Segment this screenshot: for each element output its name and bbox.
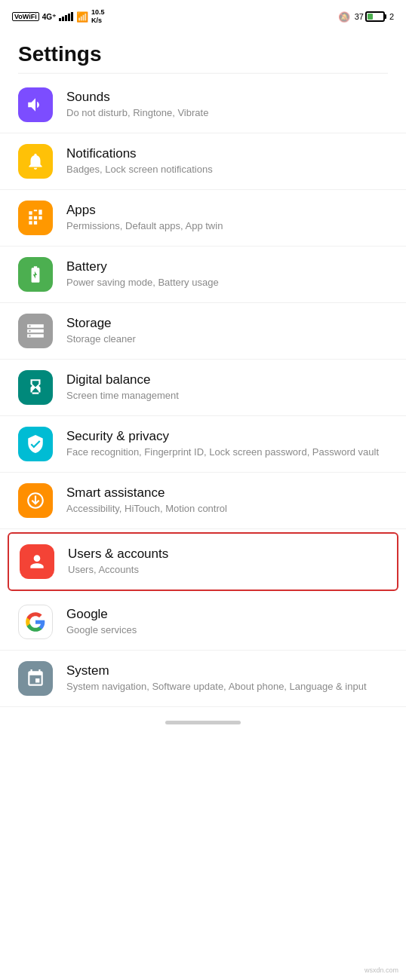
apps-title: Apps [66, 203, 388, 218]
system-title: System [66, 663, 388, 678]
sounds-subtitle: Do not disturb, Ringtone, Vibrate [66, 106, 388, 120]
settings-item-notifications[interactable]: Notifications Badges, Lock screen notifi… [0, 133, 406, 190]
settings-item-digital-balance[interactable]: Digital balance Screen time management [0, 360, 406, 416]
notifications-icon-wrapper [18, 144, 53, 179]
google-icon-wrapper [18, 605, 53, 639]
settings-item-system[interactable]: System System navigation, Software updat… [0, 651, 406, 707]
battery-status: 37 [355, 11, 385, 22]
settings-item-sounds[interactable]: Sounds Do not disturb, Ringtone, Vibrate [0, 77, 406, 133]
sounds-icon-wrapper [18, 87, 53, 122]
storage-subtitle: Storage cleaner [66, 332, 388, 346]
battery-icon [365, 11, 385, 22]
storage-text: Storage Storage cleaner [66, 316, 388, 346]
settings-list: Sounds Do not disturb, Ringtone, Vibrate… [0, 77, 406, 707]
battery-percent: 37 [355, 12, 364, 21]
battery-charging-icon [26, 265, 45, 284]
notifications-text: Notifications Badges, Lock screen notifi… [66, 146, 388, 176]
notifications-subtitle: Badges, Lock screen notifications [66, 163, 388, 176]
digital-balance-subtitle: Screen time management [66, 389, 388, 403]
digital-balance-text: Digital balance Screen time management [66, 372, 388, 403]
vowifi-label: VoWiFi [12, 12, 39, 21]
storage-title: Storage [66, 316, 388, 331]
data-speed: 10.5K/s [91, 8, 105, 25]
status-bar: VoWiFi 4G⁺ 📶 10.5K/s 🔕 37 2 [0, 0, 406, 33]
system-icon-wrapper [18, 661, 53, 696]
scroll-hint [18, 72, 388, 74]
settings-item-google[interactable]: Google Google services [0, 594, 406, 651]
notification-bell-icon: 🔕 [338, 11, 350, 23]
digital-balance-title: Digital balance [66, 372, 388, 387]
smart-assistance-icon-wrapper [18, 483, 53, 518]
security-text: Security & privacy Face recognition, Fin… [66, 429, 388, 459]
signal-strength: 2 [389, 12, 394, 21]
google-title: Google [66, 607, 388, 622]
storage-icon [26, 321, 45, 341]
users-accounts-text: Users & accounts Users, Accounts [68, 547, 386, 577]
system-text: System System navigation, Software updat… [66, 663, 388, 694]
battery-title: Battery [66, 259, 388, 274]
settings-item-storage[interactable]: Storage Storage cleaner [0, 303, 406, 360]
settings-item-users-accounts[interactable]: Users & accounts Users, Accounts [8, 532, 398, 591]
security-icon-wrapper [18, 427, 53, 461]
settings-item-apps[interactable]: Apps Permissions, Default apps, App twin [0, 190, 406, 247]
signal-bars [59, 12, 73, 21]
battery-text: Battery Power saving mode, Battery usage [66, 259, 388, 289]
person-icon [27, 552, 47, 571]
system-subtitle: System navigation, Software update, Abou… [66, 680, 388, 694]
hand-icon [26, 491, 45, 510]
volume-icon [26, 95, 45, 115]
digital-balance-icon-wrapper [18, 370, 53, 405]
users-accounts-subtitle: Users, Accounts [68, 563, 386, 577]
status-left: VoWiFi 4G⁺ 📶 10.5K/s [12, 8, 105, 25]
page-title-area: Settings [0, 33, 406, 72]
wifi-icon: 📶 [76, 11, 88, 23]
home-indicator [0, 707, 406, 735]
smart-assistance-text: Smart assistance Accessibility, HiTouch,… [66, 485, 388, 516]
settings-item-security-privacy[interactable]: Security & privacy Face recognition, Fin… [0, 416, 406, 473]
settings-item-battery[interactable]: Battery Power saving mode, Battery usage [0, 247, 406, 303]
apps-text: Apps Permissions, Default apps, App twin [66, 203, 388, 233]
watermark: wsxdn.com [364, 966, 398, 974]
status-right: 🔕 37 2 [338, 11, 394, 23]
smart-assistance-subtitle: Accessibility, HiTouch, Motion control [66, 502, 388, 516]
shield-icon [26, 434, 45, 454]
users-accounts-title: Users & accounts [68, 547, 386, 562]
home-pill [165, 721, 241, 724]
page-title: Settings [18, 42, 388, 66]
google-text: Google Google services [66, 607, 388, 637]
sounds-text: Sounds Do not disturb, Ringtone, Vibrate [66, 90, 388, 120]
apps-icon [26, 208, 45, 228]
network-type: 4G⁺ [42, 13, 56, 21]
sounds-title: Sounds [66, 90, 388, 105]
battery-icon-wrapper [18, 257, 53, 292]
notifications-title: Notifications [66, 146, 388, 161]
system-icon [26, 669, 45, 688]
google-subtitle: Google services [66, 623, 388, 637]
smart-assistance-title: Smart assistance [66, 485, 388, 501]
apps-subtitle: Permissions, Default apps, App twin [66, 219, 388, 233]
security-title: Security & privacy [66, 429, 388, 444]
hourglass-icon [26, 378, 45, 397]
users-accounts-icon-wrapper [20, 544, 54, 579]
security-subtitle: Face recognition, Fingerprint ID, Lock s… [66, 446, 388, 459]
storage-icon-wrapper [18, 314, 53, 348]
apps-icon-wrapper [18, 201, 53, 235]
bell-icon [26, 152, 45, 171]
settings-item-smart-assistance[interactable]: Smart assistance Accessibility, HiTouch,… [0, 473, 406, 529]
battery-subtitle: Power saving mode, Battery usage [66, 276, 388, 289]
google-logo-icon [25, 611, 46, 632]
